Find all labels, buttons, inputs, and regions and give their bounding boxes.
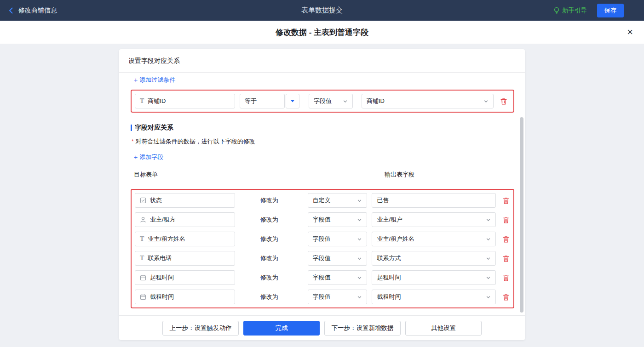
output-field-value: 已售 [377, 196, 389, 205]
calendar-icon [140, 274, 146, 281]
close-icon[interactable]: × [627, 27, 633, 37]
required-asterisk: * [132, 138, 134, 145]
filter-row: T 商铺ID 等于 字段值 [135, 94, 510, 108]
section-title-text: 字段对应关系 [135, 124, 173, 132]
mapping-row: 截租时间 修改为 字段值 截租时间 [135, 290, 510, 304]
chevron-down-icon [357, 275, 362, 280]
dialog-title: 修改数据 - 主表到普通字段 [276, 27, 368, 38]
chevron-down-icon [343, 99, 348, 104]
section-accent-bar [131, 125, 132, 131]
filter-field-input[interactable]: T 商铺ID [135, 94, 235, 108]
value-type-select[interactable]: 字段值 [308, 212, 368, 227]
output-field-select[interactable]: 业主/租户 [372, 212, 496, 227]
guide-label: 新手引导 [562, 6, 587, 15]
chevron-down-icon [357, 237, 362, 242]
value-type-select[interactable]: 字段值 [308, 232, 368, 246]
mapping-row: 状态 修改为 自定义 已售 [135, 193, 510, 208]
prev-step-button[interactable]: 上一步：设置触发动作 [162, 321, 239, 336]
other-settings-button[interactable]: 其他设置 [405, 321, 482, 336]
target-field-value: 联系电话 [148, 254, 172, 262]
calendar-icon [140, 294, 146, 300]
target-field-input[interactable]: T 业主/租方姓名 [135, 232, 235, 246]
chevron-down-icon [486, 275, 491, 280]
action-label: 修改为 [260, 254, 281, 262]
target-field-input[interactable]: 起租时间 [135, 270, 235, 285]
delete-filter-button[interactable] [500, 97, 508, 106]
plus-icon: + [134, 76, 138, 84]
add-filter-link[interactable]: + 添加过滤条件 [134, 76, 514, 84]
scrollbar-thumb[interactable] [520, 117, 523, 313]
text-field-icon: T [140, 235, 144, 243]
output-field-value: 截租时间 [377, 293, 401, 301]
column-headers: 目标表单 输出表字段 [131, 171, 514, 179]
value-type-value: 字段值 [313, 216, 331, 224]
mapping-row: 起租时间 修改为 字段值 起租时间 [135, 270, 510, 285]
operator-value: 等于 [245, 97, 257, 105]
output-field-select[interactable]: 业主/租户姓名 [372, 232, 496, 246]
note-text: 对符合过滤条件的数据，进行以下字段的修改 [136, 138, 255, 145]
output-field-select[interactable]: 联系方式 [372, 251, 496, 266]
caret-down-icon [290, 99, 295, 103]
dialog-body: 设置字段对应关系 + 添加过滤条件 T 商铺ID 等于 [0, 44, 644, 347]
target-field-input[interactable]: T 联系电话 [135, 251, 235, 266]
add-field-link[interactable]: + 添加字段 [134, 153, 514, 161]
card-footer: 上一步：设置触发动作 完成 下一步：设置新增数据 其他设置 [119, 315, 525, 340]
delete-row-button[interactable] [502, 235, 510, 244]
value-type-select[interactable]: 字段值 [309, 94, 353, 108]
operator-select[interactable]: 等于 [240, 94, 285, 108]
mapping-section-title: 字段对应关系 [131, 124, 514, 132]
back-chevron-icon [7, 7, 15, 14]
save-button[interactable]: 保存 [597, 4, 624, 17]
mapping-row: T 业主/租方姓名 修改为 字段值 业主/租户姓名 [135, 232, 510, 246]
target-field-input[interactable]: 状态 [135, 193, 235, 208]
plus-icon: + [134, 154, 138, 161]
value-type-select[interactable]: 字段值 [308, 270, 368, 285]
back-button[interactable]: 修改商铺信息 [7, 6, 57, 15]
trash-icon [503, 294, 509, 301]
target-field-value: 业主/租方 [150, 216, 176, 224]
next-step-button[interactable]: 下一步：设置新增数据 [324, 321, 401, 336]
chevron-down-icon [357, 256, 362, 261]
output-field-select[interactable]: 起租时间 [372, 270, 496, 285]
text-field-icon: T [140, 97, 144, 105]
action-label: 修改为 [260, 235, 281, 243]
delete-row-button[interactable] [502, 216, 510, 224]
mapping-row: 业主/租方 修改为 字段值 业主/租户 [135, 212, 510, 227]
mapping-note: *对符合过滤条件的数据，进行以下字段的修改 [132, 137, 514, 146]
trash-icon [503, 255, 509, 262]
value-type-select[interactable]: 自定义 [308, 193, 368, 208]
custom-value-input[interactable]: 已售 [372, 193, 496, 208]
back-label: 修改商铺信息 [18, 6, 57, 15]
operator-caret-button[interactable] [286, 94, 299, 108]
delete-row-button[interactable] [502, 273, 510, 282]
dialog-header: 修改数据 - 主表到普通字段 × [0, 21, 644, 44]
column-header-output: 输出表字段 [385, 171, 414, 179]
trash-icon [503, 197, 509, 204]
value-type-select[interactable]: 字段值 [308, 290, 368, 304]
value-type-select[interactable]: 字段值 [308, 251, 368, 266]
output-field-select[interactable]: 截租时间 [372, 290, 496, 304]
trash-icon [500, 98, 507, 105]
delete-row-button[interactable] [502, 254, 510, 263]
target-field-input[interactable]: 截租时间 [135, 290, 235, 304]
finish-button[interactable]: 完成 [243, 321, 320, 336]
card-content: + 添加过滤条件 T 商铺ID 等于 [119, 73, 525, 315]
target-field-value: 业主/租方姓名 [148, 235, 185, 243]
value-type-value: 字段值 [314, 97, 332, 105]
filter-condition-box: T 商铺ID 等于 字段值 [131, 90, 514, 113]
chevron-down-icon [486, 237, 491, 242]
topbar: 修改商铺信息 表单数据提交 新手引导 保存 [0, 0, 644, 21]
delete-row-button[interactable] [502, 293, 510, 301]
guide-link[interactable]: 新手引导 [553, 6, 587, 15]
topbar-actions: 新手引导 保存 [553, 4, 637, 17]
output-field-value: 联系方式 [377, 254, 401, 262]
mapping-row: T 联系电话 修改为 字段值 联系方式 [135, 251, 510, 266]
delete-row-button[interactable] [502, 196, 510, 205]
filter-value-select[interactable]: 商铺ID [362, 94, 494, 108]
value-type-value: 字段值 [313, 293, 331, 301]
settings-card: 设置字段对应关系 + 添加过滤条件 T 商铺ID 等于 [119, 49, 525, 340]
target-field-input[interactable]: 业主/租方 [135, 212, 235, 227]
trash-icon [503, 236, 509, 243]
topbar-title: 表单数据提交 [0, 6, 644, 15]
action-label: 修改为 [260, 273, 281, 282]
